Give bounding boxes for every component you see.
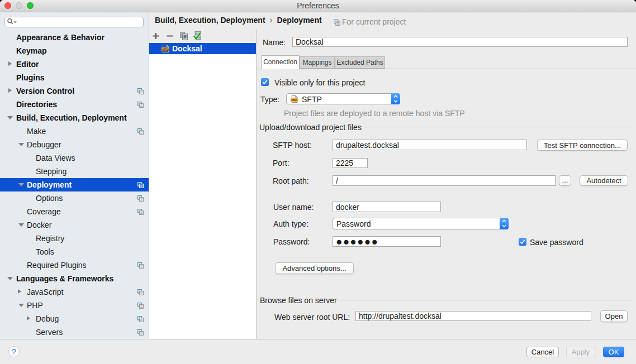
svg-text:sftp: sftp: [162, 47, 169, 52]
svg-text:sftp: sftp: [291, 98, 297, 102]
